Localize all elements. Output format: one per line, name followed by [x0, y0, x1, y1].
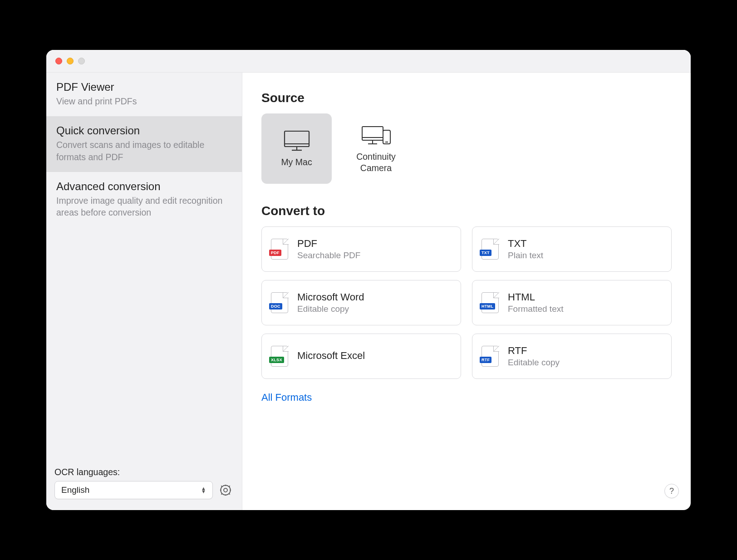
svg-point-1 — [221, 485, 231, 495]
format-text: TXT Plain text — [508, 238, 543, 260]
format-rtf[interactable]: RTF RTF Editable copy — [472, 334, 672, 379]
window-body: PDF Viewer View and print PDFs Quick con… — [46, 73, 691, 510]
ocr-language-select[interactable]: English ▲▼ — [54, 481, 213, 499]
file-rtf-icon: RTF — [482, 346, 499, 367]
minimize-window-button[interactable] — [67, 58, 74, 64]
file-html-icon: HTML — [482, 292, 499, 313]
sidebar-item-desc: View and print PDFs — [56, 95, 232, 107]
sidebar: PDF Viewer View and print PDFs Quick con… — [46, 73, 242, 510]
sidebar-item-title: Quick conversion — [56, 124, 232, 137]
sidebar-item-quick-conversion[interactable]: Quick conversion Convert scans and image… — [46, 116, 242, 172]
format-desc: Plain text — [508, 251, 543, 260]
chevron-up-down-icon: ▲▼ — [201, 487, 206, 493]
badge-text: PDF — [269, 250, 281, 256]
app-window: PDF Viewer View and print PDFs Quick con… — [46, 50, 691, 510]
sidebar-item-desc: Improve image quality and edit recogniti… — [56, 195, 232, 219]
convert-heading: Convert to — [261, 204, 672, 218]
file-xlsx-icon: XLSX — [271, 346, 288, 367]
file-pdf-icon: PDF — [271, 239, 288, 260]
close-window-button[interactable] — [55, 58, 62, 64]
format-title: Microsoft Excel — [297, 350, 365, 362]
badge-text: XLSX — [269, 357, 284, 363]
format-text: Microsoft Word Editable copy — [297, 291, 364, 314]
file-doc-icon: DOC — [271, 292, 288, 313]
format-desc: Searchable PDF — [297, 251, 360, 260]
sidebar-item-desc: Convert scans and images to editable for… — [56, 139, 232, 163]
sidebar-item-title: PDF Viewer — [56, 81, 232, 93]
badge-text: DOC — [269, 303, 282, 309]
sidebar-item-pdf-viewer[interactable]: PDF Viewer View and print PDFs — [46, 73, 242, 116]
source-heading: Source — [261, 91, 672, 105]
format-txt[interactable]: TXT TXT Plain text — [472, 226, 672, 272]
format-excel[interactable]: XLSX Microsoft Excel — [261, 334, 461, 379]
format-desc: Editable copy — [297, 304, 364, 314]
format-title: PDF — [297, 238, 360, 250]
help-icon: ? — [669, 486, 674, 496]
ocr-language-value: English — [61, 485, 89, 495]
svg-rect-6 — [362, 127, 383, 140]
gear-icon — [219, 483, 232, 497]
badge-text: TXT — [480, 250, 491, 256]
format-text: PDF Searchable PDF — [297, 238, 360, 260]
main-content: Source My Mac — [242, 73, 691, 510]
source-label: My Mac — [281, 157, 312, 167]
badge-text: HTML — [480, 303, 495, 309]
continuity-camera-icon — [360, 124, 392, 147]
source-label: Continuity Camera — [341, 151, 411, 173]
source-my-mac[interactable]: My Mac — [261, 113, 332, 184]
format-pdf[interactable]: PDF PDF Searchable PDF — [261, 226, 461, 272]
formats-grid: PDF PDF Searchable PDF TXT TXT Plain tex… — [261, 226, 672, 379]
file-txt-icon: TXT — [482, 239, 499, 260]
settings-button[interactable] — [217, 482, 234, 498]
sidebar-list: PDF Viewer View and print PDFs Quick con… — [46, 73, 242, 467]
sidebar-item-title: Advanced conversion — [56, 180, 232, 193]
format-title: HTML — [508, 291, 564, 303]
format-title: Microsoft Word — [297, 291, 364, 303]
format-title: RTF — [508, 345, 560, 357]
format-title: TXT — [508, 238, 543, 250]
desktop-icon — [283, 129, 311, 152]
traffic-lights — [55, 58, 85, 64]
format-text: HTML Formatted text — [508, 291, 564, 314]
help-button[interactable]: ? — [664, 484, 679, 498]
format-word[interactable]: DOC Microsoft Word Editable copy — [261, 280, 461, 325]
all-formats-link[interactable]: All Formats — [261, 392, 312, 403]
maximize-window-button[interactable] — [78, 58, 85, 64]
svg-point-0 — [224, 488, 227, 492]
format-text: Microsoft Excel — [297, 350, 365, 363]
source-continuity-camera[interactable]: Continuity Camera — [341, 113, 411, 184]
format-text: RTF Editable copy — [508, 345, 560, 368]
format-desc: Formatted text — [508, 304, 564, 314]
sidebar-footer: OCR languages: English ▲▼ — [46, 467, 242, 510]
format-desc: Editable copy — [508, 358, 560, 368]
ocr-row: English ▲▼ — [54, 481, 234, 499]
format-html[interactable]: HTML HTML Formatted text — [472, 280, 672, 325]
ocr-languages-label: OCR languages: — [54, 467, 234, 477]
badge-text: RTF — [480, 357, 491, 363]
source-row: My Mac Continuity Camera — [261, 113, 672, 184]
sidebar-item-advanced-conversion[interactable]: Advanced conversion Improve image qualit… — [46, 172, 242, 228]
titlebar — [46, 50, 691, 73]
